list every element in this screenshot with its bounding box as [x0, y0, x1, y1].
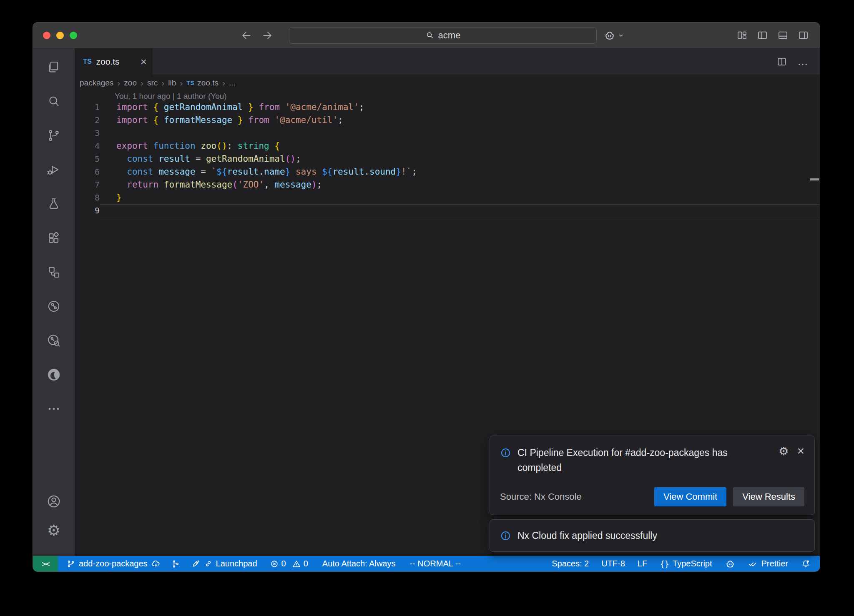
info-icon — [500, 530, 511, 541]
close-window-button[interactable] — [43, 32, 50, 39]
rocket-icon — [191, 559, 201, 568]
code-line-1[interactable]: 1import { getRandomAnimal } from '@acme/… — [75, 101, 820, 114]
line-number[interactable]: 1 — [75, 101, 100, 114]
launchpad-status-item[interactable]: Launchpad — [191, 559, 257, 568]
line-number[interactable]: 8 — [75, 191, 100, 204]
code-text: } — [100, 191, 122, 204]
line-number[interactable]: 6 — [75, 165, 100, 178]
nx-console-view-button[interactable] — [33, 294, 75, 318]
search-view-button[interactable] — [33, 89, 75, 113]
testing-view-button[interactable] — [33, 192, 75, 216]
info-icon — [500, 447, 511, 458]
accounts-button[interactable] — [46, 489, 61, 513]
explorer-view-button[interactable] — [33, 55, 75, 79]
language-status-item[interactable]: {} TypeScript — [660, 559, 712, 568]
beaker-icon — [47, 197, 61, 211]
breadcrumb-item[interactable]: zoo — [124, 78, 137, 88]
git-graph-icon — [171, 559, 180, 568]
branch-status-item[interactable]: add-zoo-packages — [66, 559, 161, 569]
warning-count: 0 — [304, 559, 308, 568]
toggle-panel-button[interactable] — [777, 30, 789, 41]
breadcrumb-item[interactable]: packages — [80, 78, 113, 88]
typescript-file-icon: TS — [83, 58, 92, 65]
breadcrumb-file[interactable]: TS zoo.ts — [186, 78, 219, 88]
minimize-window-button[interactable] — [56, 32, 64, 39]
view-commit-button[interactable]: View Commit — [654, 487, 726, 506]
line-number[interactable]: 9 — [75, 204, 100, 217]
branch-name: add-zoo-packages — [79, 559, 148, 568]
arrow-right-icon — [261, 30, 273, 41]
tab-zoo-ts[interactable]: TS zoo.ts × — [75, 48, 153, 75]
breadcrumb-overflow[interactable]: ... — [229, 78, 236, 88]
code-text: const result = getRandomAnimal(); — [100, 153, 301, 165]
go-forward-button[interactable] — [261, 30, 273, 41]
code-line-5[interactable]: 5 const result = getRandomAnimal(); — [75, 153, 820, 165]
code-line-2[interactable]: 2import { formatMessage } from '@acme/ut… — [75, 114, 820, 127]
copilot-status-item[interactable] — [725, 558, 736, 569]
tab-close-icon[interactable]: × — [141, 56, 147, 67]
auto-attach-status-item[interactable]: Auto Attach: Always — [322, 559, 396, 568]
notification-close-icon[interactable]: × — [797, 445, 804, 457]
code-text: const message = `${result.name} says ${r… — [100, 165, 417, 178]
line-number[interactable]: 2 — [75, 114, 100, 127]
remote-icon: >< — [42, 559, 49, 568]
search-icon — [47, 94, 61, 108]
code-line-7[interactable]: 7 return formatMessage('ZOO', message); — [75, 178, 820, 191]
go-back-button[interactable] — [241, 30, 252, 41]
editor-more-actions-button[interactable]: … — [797, 55, 809, 68]
additional-views-button[interactable] — [33, 397, 75, 421]
extensions-view-button[interactable] — [33, 226, 75, 250]
notifications-bell-button[interactable] — [801, 559, 811, 569]
toggle-primary-sidebar-button[interactable] — [757, 30, 768, 41]
chevron-down-icon — [617, 31, 625, 40]
double-check-icon — [748, 559, 758, 569]
breadcrumb-item[interactable]: src — [147, 78, 158, 88]
run-debug-view-button[interactable] — [33, 158, 75, 182]
command-center-search[interactable]: acme — [289, 27, 597, 44]
line-number[interactable]: 5 — [75, 153, 100, 165]
code-line-8[interactable]: 8} — [75, 191, 820, 204]
edge-browser-view-button[interactable] — [33, 363, 75, 387]
problems-status-item[interactable]: 0 0 — [270, 559, 308, 568]
code-text — [100, 127, 116, 140]
layout-panel-icon — [777, 30, 789, 41]
scm-graph-status-item[interactable] — [171, 559, 180, 568]
code-line-9[interactable]: 9 — [75, 204, 820, 217]
settings-gear-button[interactable]: ⚙ — [46, 518, 61, 543]
view-results-button[interactable]: View Results — [733, 487, 804, 506]
line-number[interactable]: 7 — [75, 178, 100, 191]
nx-console-icon — [47, 299, 61, 313]
launchpad-label: Launchpad — [216, 559, 257, 568]
remote-explorer-view-button[interactable] — [33, 260, 75, 284]
line-number[interactable]: 3 — [75, 127, 100, 140]
split-editor-icon — [776, 56, 787, 67]
code-line-4[interactable]: 4export function zoo(): string { — [75, 140, 820, 153]
code-line-3[interactable]: 3 — [75, 127, 820, 140]
notification-message: Nx Cloud fix applied successfully — [517, 530, 657, 541]
formatter-status-item[interactable]: Prettier — [748, 559, 788, 569]
eol-status-item[interactable]: LF — [638, 559, 647, 568]
chevron-right-icon: › — [180, 78, 183, 88]
vim-mode-status-item[interactable]: -- NORMAL -- — [409, 559, 461, 568]
search-value: acme — [438, 30, 461, 41]
toggle-secondary-sidebar-button[interactable] — [798, 30, 809, 41]
customize-layout-icon — [736, 30, 748, 41]
nx-cloud-view-button[interactable] — [33, 328, 75, 353]
code-area[interactable]: 1import { getRandomAnimal } from '@acme/… — [75, 101, 820, 217]
notification-settings-gear-icon[interactable]: ⚙ — [779, 445, 789, 458]
code-line-6[interactable]: 6 const message = `${result.name} says $… — [75, 165, 820, 178]
customize-layout-button[interactable] — [736, 30, 748, 41]
status-bar: >< add-zoo-packages Launchpad 0 0 — [33, 556, 820, 571]
split-editor-button[interactable] — [776, 56, 787, 67]
breadcrumb-item[interactable]: lib — [168, 78, 176, 88]
maximize-window-button[interactable] — [70, 32, 77, 39]
error-count: 0 — [281, 559, 286, 568]
copilot-menu-button[interactable] — [603, 29, 625, 42]
encoding-status-item[interactable]: UTF-8 — [601, 559, 625, 568]
line-number[interactable]: 4 — [75, 140, 100, 153]
remote-indicator[interactable]: >< — [33, 556, 58, 571]
source-control-view-button[interactable] — [33, 123, 75, 148]
more-icon — [47, 402, 61, 416]
formatter-label: Prettier — [761, 559, 788, 568]
indentation-status-item[interactable]: Spaces: 2 — [552, 559, 589, 568]
